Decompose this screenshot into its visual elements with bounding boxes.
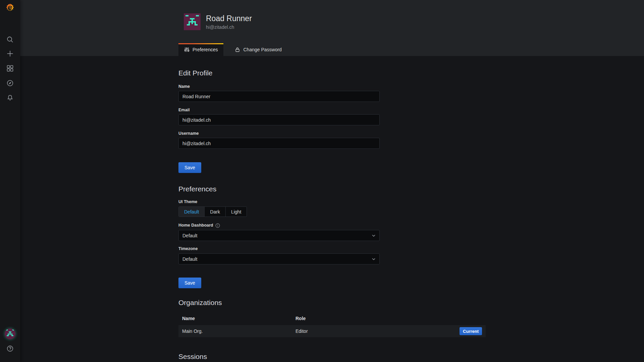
sessions-heading: Sessions: [178, 352, 486, 361]
chevron-down-icon: [372, 234, 376, 237]
profile-name: Road Runner: [206, 14, 252, 23]
ui-theme-option-light[interactable]: Light: [225, 207, 247, 217]
profile-header: Road Runner hi@zitadel.ch: [184, 0, 486, 30]
timezone-select[interactable]: Default: [178, 253, 380, 264]
timezone-label: Timezone: [178, 246, 486, 251]
lock-icon: [235, 47, 240, 52]
dashboards-icon[interactable]: [0, 62, 20, 75]
preferences-heading: Preferences: [178, 185, 486, 193]
username-field[interactable]: [178, 138, 380, 149]
ui-theme-option-default[interactable]: Default: [179, 207, 204, 217]
profile-email: hi@zitadel.ch: [206, 24, 252, 30]
org-role-cell: Editor: [296, 328, 460, 334]
organizations-table: Name Role Main Org. Editor Current: [178, 311, 486, 337]
organizations-heading: Organizations: [178, 298, 486, 307]
save-profile-button[interactable]: Save: [178, 162, 201, 173]
ui-theme-label: UI Theme: [178, 199, 486, 204]
tab-label: Change Password: [243, 47, 281, 52]
search-icon[interactable]: [0, 33, 20, 46]
tab-change-password[interactable]: Change Password: [229, 43, 287, 56]
profile-avatar: [184, 13, 201, 30]
name-label: Name: [178, 84, 486, 89]
edit-profile-heading: Edit Profile: [178, 69, 486, 77]
save-preferences-button[interactable]: Save: [178, 278, 201, 288]
column-header-name: Name: [178, 316, 296, 321]
username-label: Username: [178, 131, 486, 136]
sidebar: [0, 0, 20, 362]
info-icon[interactable]: [215, 223, 220, 228]
table-row: Main Org. Editor Current: [178, 325, 486, 337]
ui-theme-option-dark[interactable]: Dark: [204, 207, 225, 217]
tab-bar: Preferences Change Password: [178, 43, 486, 56]
email-label: Email: [178, 108, 486, 113]
sliders-icon: [184, 47, 190, 52]
grafana-logo[interactable]: [5, 3, 15, 13]
name-field[interactable]: [178, 91, 380, 102]
org-name-cell: Main Org.: [178, 328, 296, 334]
user-avatar[interactable]: [5, 328, 15, 339]
plus-icon[interactable]: [0, 47, 20, 60]
column-header-role: Role: [296, 316, 486, 321]
email-field[interactable]: [178, 114, 380, 125]
alerting-bell-icon[interactable]: [0, 91, 20, 105]
current-org-button[interactable]: Current: [460, 327, 482, 335]
help-icon[interactable]: [0, 342, 20, 355]
table-header-row: Name Role: [178, 311, 486, 325]
tab-preferences[interactable]: Preferences: [178, 43, 223, 56]
tab-label: Preferences: [193, 47, 218, 52]
ui-theme-radio-group: Default Dark Light: [178, 206, 247, 217]
explore-compass-icon[interactable]: [0, 76, 20, 90]
home-dashboard-label: Home Dashboard: [178, 223, 486, 228]
home-dashboard-select[interactable]: Default: [178, 230, 380, 241]
chevron-down-icon: [372, 258, 376, 260]
main-area: Road Runner hi@zitadel.ch Preferences: [20, 0, 644, 362]
